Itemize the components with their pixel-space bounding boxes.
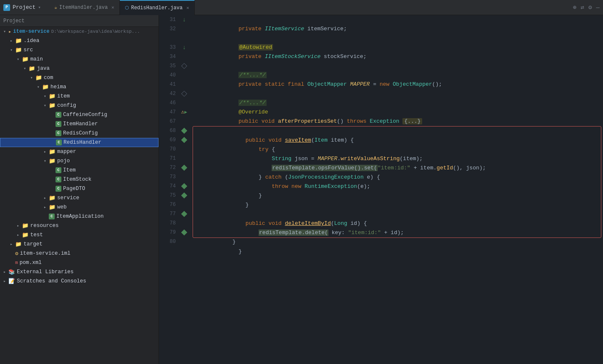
project-dropdown-arrow[interactable]: ▾ (38, 5, 41, 10)
project-sidebar[interactable]: Project ▸ item-service D:\Workspace-java… (0, 15, 159, 364)
breakpoint-icon[interactable] (181, 128, 187, 134)
arrow-icon (3, 269, 8, 274)
sidebar-item-page-dto[interactable]: C PageDTO (0, 184, 159, 193)
breakpoint-icon[interactable] (181, 165, 187, 171)
sidebar-item-item-class[interactable]: C Item (0, 166, 159, 175)
sidebar-item-main[interactable]: 📁 main (0, 55, 159, 64)
code-text: key: (328, 229, 348, 236)
caffeine-config-label: CaffeineConfig (63, 112, 107, 118)
breakpoint-icon[interactable] (181, 183, 187, 189)
sidebar-item-resources[interactable]: 📁 resources (0, 221, 159, 230)
expand-icon[interactable] (181, 91, 187, 97)
line-num-74: 74 (159, 182, 176, 191)
run-icon[interactable]: ▶ (185, 108, 188, 117)
sidebar-item-item[interactable]: 📁 item (0, 92, 159, 101)
code-text: (), json); (453, 165, 486, 171)
code-text (347, 81, 350, 87)
folder-icon: 📁 (15, 47, 22, 53)
code-editor[interactable]: 31 32 33 34 35 40 41 42 46 47 67 68 69 7… (159, 15, 603, 364)
sidebar-item-iml[interactable]: ⚙ item-service.iml (0, 249, 159, 258)
gutter-40 (179, 71, 189, 80)
sidebar-item-target[interactable]: 📁 target (0, 240, 159, 249)
sidebar-item-src[interactable]: 📁 src (0, 45, 159, 55)
arrow-icon (10, 47, 15, 53)
code-content[interactable]: private IItemService itemService; @Autow… (189, 15, 603, 364)
code-text: static (265, 81, 285, 87)
pojo-label: pojo (57, 158, 70, 164)
action-minimize-icon[interactable]: — (596, 4, 600, 11)
arrow-icon (44, 149, 49, 154)
code-text (304, 81, 307, 87)
close-redishandler-icon[interactable]: ✕ (186, 5, 189, 11)
lib-icon: 📚 (8, 269, 15, 275)
sidebar-item-item-service[interactable]: ▸ item-service D:\Workspace-java\idea\Wo… (0, 27, 159, 36)
arrow-icon (10, 242, 15, 247)
code-text (225, 53, 238, 60)
sidebar-item-config[interactable]: 📁 config (0, 101, 159, 110)
sidebar-item-item-stock[interactable]: C ItemStock (0, 175, 159, 184)
folder-icon: 📁 (22, 56, 29, 63)
code-text: (item); (400, 156, 423, 162)
gutter-31: ↓ (179, 15, 189, 24)
arrow-icon (44, 94, 49, 99)
code-text: {...} (402, 118, 422, 124)
action-globe-icon[interactable]: ⊕ (573, 4, 576, 11)
breakpoint-icon[interactable] (181, 193, 187, 198)
sidebar-item-external-libraries[interactable]: 📚 External Libraries (0, 267, 159, 277)
expand-icon[interactable] (181, 63, 187, 69)
folder-icon: 📁 (15, 241, 22, 248)
code-text: IItemService (265, 26, 304, 32)
sidebar-item-itemhandler[interactable]: C ItemHandler (0, 119, 159, 129)
web-label: web (57, 204, 67, 210)
code-container[interactable]: 31 32 33 34 35 40 41 42 46 47 67 68 69 7… (159, 15, 603, 364)
arrow-icon (3, 279, 8, 284)
tab-itemhandler[interactable]: ☕ ItemHandler.java ✕ (49, 0, 119, 15)
code-text (282, 220, 285, 227)
line-num-73: 73 (159, 172, 176, 182)
sidebar-item-web[interactable]: 📁 web (0, 203, 159, 212)
line-num-77: 77 (159, 209, 176, 219)
sidebar-item-redis-config[interactable]: C RedisConfig (0, 129, 159, 138)
sidebar-item-scratches[interactable]: 📝 Scratches and Consoles (0, 277, 159, 286)
code-text: catch (265, 174, 282, 180)
folder-icon: 📁 (49, 93, 56, 100)
sidebar-item-java[interactable]: 📁 java (0, 64, 159, 73)
com-label: com (44, 75, 53, 81)
code-text (225, 109, 238, 115)
sidebar-item-pom[interactable]: m pom.xml (0, 258, 159, 267)
line-num-79: 79 (159, 228, 176, 237)
sidebar-header: Project (0, 15, 159, 27)
iml-label: item-service.iml (20, 251, 71, 256)
folder-icon: 📁 (29, 65, 35, 72)
sidebar-item-idea[interactable]: 📁 .idea (0, 36, 159, 45)
breakpoint-icon[interactable] (181, 137, 187, 143)
sidebar-item-pojo[interactable]: 📁 pojo (0, 156, 159, 166)
sidebar-item-test[interactable]: 📁 test (0, 230, 159, 240)
close-itemhandler-icon[interactable]: ✕ (111, 5, 114, 10)
sidebar-item-item-application[interactable]: C ItemApplication (0, 212, 159, 221)
gutter-41 (179, 80, 189, 89)
code-text (258, 118, 262, 124)
code-line-31: private IItemService itemService; (193, 15, 603, 24)
tab-redishandler[interactable]: ⬡ RedisHandler.java ✕ (120, 0, 195, 15)
gutter-32b (179, 34, 189, 43)
sidebar-item-redis-handler[interactable]: C RedisHandler (0, 138, 159, 147)
code-text (275, 118, 278, 124)
action-swap-icon[interactable]: ⇄ (581, 4, 584, 11)
sidebar-item-mapper[interactable]: 📁 mapper (0, 147, 159, 156)
code-text: } (233, 202, 249, 208)
code-text: "item:id:" (348, 229, 381, 236)
breakpoint-icon[interactable] (181, 229, 187, 235)
line-num-35: 35 (159, 61, 176, 71)
action-settings-icon[interactable]: ⚙ (588, 4, 592, 11)
gutter-32a (179, 24, 189, 34)
code-text: IItemStockService (265, 53, 321, 60)
sidebar-item-caffeine-config[interactable]: C CaffeineConfig (0, 110, 159, 119)
code-text: void (268, 220, 281, 227)
breakpoint-icon[interactable] (181, 211, 187, 217)
sidebar-item-heima[interactable]: 📁 heima (0, 82, 159, 92)
red-border-region: public void saveItem(Item item) { try { … (193, 126, 601, 238)
sidebar-item-service[interactable]: 📁 service (0, 193, 159, 203)
sidebar-item-com[interactable]: 📁 com (0, 73, 159, 82)
code-line-42: /**...*/ (193, 89, 603, 98)
